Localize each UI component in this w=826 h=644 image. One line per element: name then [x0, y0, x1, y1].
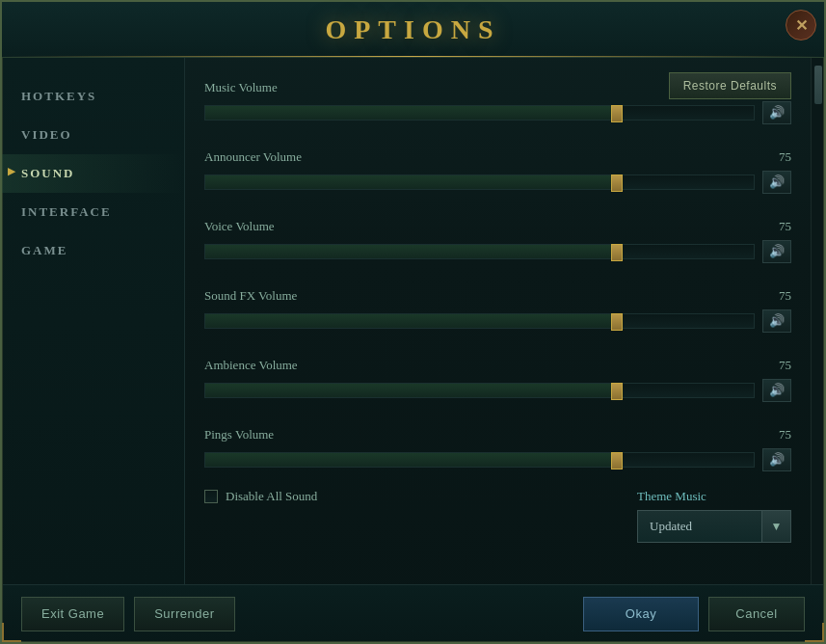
sidebar-item-sound[interactable]: SOUND	[2, 154, 184, 193]
voice-slider-thumb[interactable]	[611, 244, 623, 261]
sidebar: HOTKEYS VIDEO SOUND INTERFACE GAME	[2, 58, 185, 584]
theme-section: Theme Music Updated ▼	[637, 489, 791, 543]
music-mute-icon: 🔊	[769, 105, 785, 121]
soundfx-slider-row: 🔊	[204, 309, 791, 333]
ambience-volume-value: 75	[779, 358, 791, 373]
soundfx-slider-thumb[interactable]	[611, 313, 623, 331]
music-slider-thumb[interactable]	[611, 105, 623, 122]
scroll-thumb[interactable]	[814, 66, 822, 104]
theme-music-value: Updated	[638, 513, 761, 540]
announcer-slider-row: 🔊	[204, 171, 791, 194]
pings-slider-thumb[interactable]	[611, 452, 623, 470]
ambience-slider-fill	[205, 384, 617, 397]
dialog-title: OPTIONS	[325, 14, 500, 45]
sidebar-item-hotkeys[interactable]: HOTKEYS	[2, 77, 184, 116]
voice-slider-row: 🔊	[204, 240, 791, 263]
sidebar-item-video[interactable]: VIDEO	[2, 116, 184, 154]
music-mute-button[interactable]: 🔊	[762, 101, 791, 124]
announcer-slider-track[interactable]	[204, 174, 755, 190]
cancel-button[interactable]: Cancel	[708, 597, 805, 631]
ambience-slider-track[interactable]	[204, 383, 755, 398]
announcer-slider-fill	[205, 175, 617, 189]
surrender-button[interactable]: Surrender	[134, 597, 234, 631]
okay-button[interactable]: Okay	[583, 597, 699, 631]
announcer-volume-value: 75	[779, 149, 791, 165]
sidebar-item-game[interactable]: GAME	[2, 231, 184, 270]
sliders-container: Music Volume 75 🔊	[204, 72, 791, 471]
restore-defaults-button[interactable]: Restore Defaults	[669, 72, 791, 99]
sidebar-item-interface[interactable]: INTERFACE	[2, 193, 184, 231]
soundfx-mute-button[interactable]: 🔊	[762, 309, 791, 333]
announcer-volume-row: Announcer Volume 75 🔊	[204, 142, 791, 194]
voice-slider-fill	[205, 245, 617, 258]
ambience-volume-row: Ambience Volume 75 🔊	[204, 350, 791, 402]
content-panel: Restore Defaults Music Volume 75	[185, 58, 811, 584]
ambience-mute-button[interactable]: 🔊	[762, 379, 791, 402]
theme-music-dropdown-arrow: ▼	[761, 511, 790, 542]
pings-slider-row: 🔊	[204, 448, 791, 471]
ambience-volume-label: Ambience Volume	[204, 358, 298, 373]
soundfx-slider-fill	[205, 314, 617, 328]
content-scrollable: Restore Defaults Music Volume 75	[185, 58, 824, 584]
theme-music-dropdown[interactable]: Updated ▼	[637, 510, 791, 543]
soundfx-mute-icon: 🔊	[769, 313, 785, 329]
pings-volume-value: 75	[779, 427, 791, 443]
theme-music-label: Theme Music	[637, 489, 706, 504]
pings-mute-icon: 🔊	[769, 452, 785, 468]
scroll-thumb-area	[814, 62, 822, 580]
exit-game-button[interactable]: Exit Game	[21, 597, 124, 631]
pings-volume-row: Pings Volume 75 🔊	[204, 419, 791, 471]
title-bar: OPTIONS ✕	[2, 2, 824, 58]
scrollbar[interactable]	[811, 58, 824, 584]
voice-mute-button[interactable]: 🔊	[762, 240, 791, 263]
corner-decoration-br	[805, 623, 824, 642]
close-button[interactable]: ✕	[786, 10, 816, 40]
ambience-slider-row: 🔊	[204, 379, 791, 402]
music-slider-row: 🔊	[204, 101, 791, 124]
pings-slider-track[interactable]	[204, 452, 755, 468]
corner-decoration-bl	[2, 623, 21, 642]
soundfx-slider-track[interactable]	[204, 313, 755, 329]
pings-mute-button[interactable]: 🔊	[762, 448, 791, 471]
voice-mute-icon: 🔊	[769, 244, 785, 259]
voice-slider-track[interactable]	[204, 244, 755, 259]
announcer-slider-thumb[interactable]	[611, 174, 623, 192]
announcer-volume-label: Announcer Volume	[204, 149, 302, 165]
options-bottom-row: Disable All Sound Theme Music Updated ▼	[204, 489, 791, 543]
announcer-mute-icon: 🔊	[769, 174, 785, 190]
music-slider-track[interactable]	[204, 105, 755, 121]
voice-volume-row: Voice Volume 75 🔊	[204, 211, 791, 263]
music-slider-fill	[205, 106, 617, 120]
soundfx-volume-label: Sound FX Volume	[204, 288, 297, 304]
bottom-bar: Exit Game Surrender Okay Cancel	[2, 584, 824, 642]
soundfx-volume-row: Sound FX Volume 75 🔊	[204, 281, 791, 333]
announcer-mute-button[interactable]: 🔊	[762, 171, 791, 194]
voice-volume-label: Voice Volume	[204, 219, 275, 234]
ambience-mute-icon: 🔊	[769, 383, 785, 398]
disable-all-sound-checkbox[interactable]	[204, 490, 218, 503]
disable-all-sound-label[interactable]: Disable All Sound	[204, 489, 317, 504]
pings-volume-label: Pings Volume	[204, 427, 274, 443]
ambience-slider-thumb[interactable]	[611, 383, 623, 400]
soundfx-volume-value: 75	[779, 288, 791, 304]
music-volume-label: Music Volume	[204, 80, 278, 95]
chevron-down-icon: ▼	[771, 520, 783, 534]
voice-volume-value: 75	[779, 219, 791, 234]
pings-slider-fill	[205, 453, 617, 467]
main-content: HOTKEYS VIDEO SOUND INTERFACE GAME Resto…	[2, 58, 824, 584]
options-dialog: OPTIONS ✕ HOTKEYS VIDEO SOUND INTERFACE …	[0, 0, 826, 644]
